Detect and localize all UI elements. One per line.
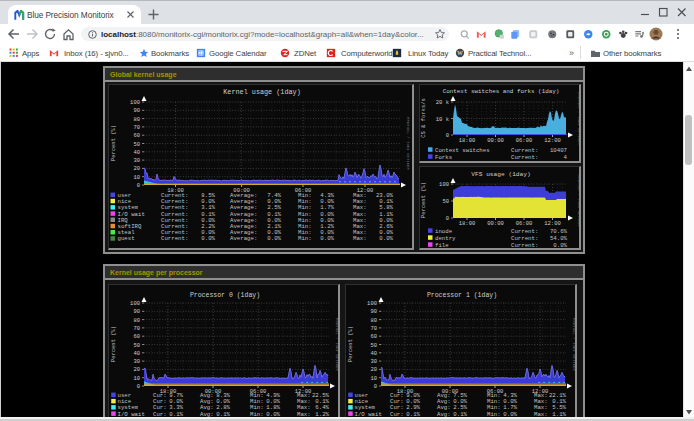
svg-text:Context switches: Context switches [435,147,490,154]
svg-text:10: 10 [370,375,377,382]
svg-text:W: W [457,50,463,56]
svg-text:30: 30 [133,157,140,164]
svg-text:Current:: Current: [161,235,188,242]
svg-text:70.6%: 70.6% [550,228,568,235]
svg-text:0: 0 [446,215,449,222]
svg-text:31: 31 [198,51,204,56]
svg-text:0.0%: 0.0% [201,235,215,242]
svg-text:Percent (%): Percent (%) [347,326,354,362]
svg-text:40: 40 [133,350,140,357]
svg-text:18:00: 18:00 [459,137,476,144]
svg-text:12:00: 12:00 [544,137,561,144]
svg-text:100: 100 [130,99,140,106]
svg-text:RRDTOOL / TOBI OETIKER: RRDTOOL / TOBI OETIKER [572,318,576,371]
svg-text:80: 80 [133,116,140,123]
svg-text:40: 40 [370,350,377,357]
svg-text:40: 40 [133,149,140,156]
svg-text:dentry: dentry [435,235,456,242]
svg-text:100: 100 [367,300,377,307]
svg-text:RRDTOOL / TOBI OETIKER: RRDTOOL / TOBI OETIKER [577,175,581,228]
svg-text:90: 90 [133,107,140,114]
svg-text:RRDTOOL / TOBI OETIKER: RRDTOOL / TOBI OETIKER [335,318,339,371]
svg-text:0.0%: 0.0% [553,242,567,249]
svg-text:90: 90 [370,308,377,315]
svg-text:Context switches and forks (1: Context switches and forks (1day) [443,88,560,95]
svg-text:Percent (%): Percent (%) [110,125,117,161]
svg-text:60: 60 [370,333,377,340]
svg-text:Kernel usage (1day): Kernel usage (1day) [223,88,301,96]
svg-text:RRDTOOL / TOBI OETIKER: RRDTOOL / TOBI OETIKER [577,92,581,145]
svg-text:100: 100 [439,181,449,188]
svg-text:10407: 10407 [550,147,567,154]
svg-text:60: 60 [133,132,140,139]
svg-text:Average:: Average: [230,235,257,242]
svg-text:50: 50 [133,342,140,349]
svg-text:Current:: Current: [511,242,538,249]
svg-text:60: 60 [133,333,140,340]
svg-text:06:00: 06:00 [516,137,533,144]
svg-text:guest: guest [118,235,135,242]
svg-text:54.0%: 54.0% [550,235,568,242]
svg-text:10: 10 [133,174,140,181]
svg-text:30: 30 [133,358,140,365]
svg-text:Current:: Current: [511,147,538,154]
svg-text:file: file [435,242,449,249]
svg-text:12:00: 12:00 [544,220,561,227]
svg-text:0: 0 [446,132,449,139]
svg-text:RRDTOOL / TOBI OETIKER: RRDTOOL / TOBI OETIKER [406,117,410,170]
svg-text:0: 0 [137,182,140,189]
svg-text:20: 20 [370,366,377,373]
svg-text:VFS usage (1day): VFS usage (1day) [471,171,530,178]
svg-text:00:00: 00:00 [487,220,504,227]
svg-text:Percent (%): Percent (%) [110,326,117,362]
svg-text:CS & forks/s: CS & forks/s [420,98,427,138]
svg-text:100: 100 [130,300,140,307]
svg-text:50: 50 [370,342,377,349]
svg-text:Max:: Max: [353,235,367,242]
svg-text:50: 50 [133,141,140,148]
svg-text:20: 20 [133,165,140,172]
svg-text:0: 0 [137,383,140,390]
svg-text:80: 80 [370,317,377,324]
svg-text:0.0%: 0.0% [379,235,393,242]
svg-text:90: 90 [133,308,140,315]
svg-text:Min:: Min: [298,235,312,242]
svg-text:Current:: Current: [511,235,538,242]
svg-text:4: 4 [564,154,568,161]
svg-text:0.0%: 0.0% [320,235,334,242]
svg-text:18:00: 18:00 [459,220,476,227]
svg-text:00:00: 00:00 [487,137,504,144]
svg-text:06:00: 06:00 [516,220,533,227]
svg-text:Processor 1 (1day): Processor 1 (1day) [427,292,497,299]
svg-text:10 k: 10 k [436,116,450,123]
svg-text:Percent (%): Percent (%) [420,182,427,218]
svg-text:20: 20 [133,366,140,373]
svg-text:70: 70 [133,124,140,131]
svg-text:0.0%: 0.0% [267,235,281,242]
svg-text:30: 30 [370,358,377,365]
svg-text:Current:: Current: [511,228,538,235]
svg-text:Processor 0 (1day): Processor 0 (1day) [190,292,260,299]
svg-text:20 k: 20 k [436,99,450,106]
svg-text:50: 50 [442,198,449,205]
svg-text:0: 0 [374,383,377,390]
svg-text:80: 80 [133,317,140,324]
svg-text:Forks: Forks [435,154,452,161]
svg-text:10: 10 [133,375,140,382]
svg-text:70: 70 [370,325,377,332]
svg-text:inode: inode [435,228,453,235]
svg-text:Current:: Current: [511,154,538,161]
svg-text:70: 70 [133,325,140,332]
